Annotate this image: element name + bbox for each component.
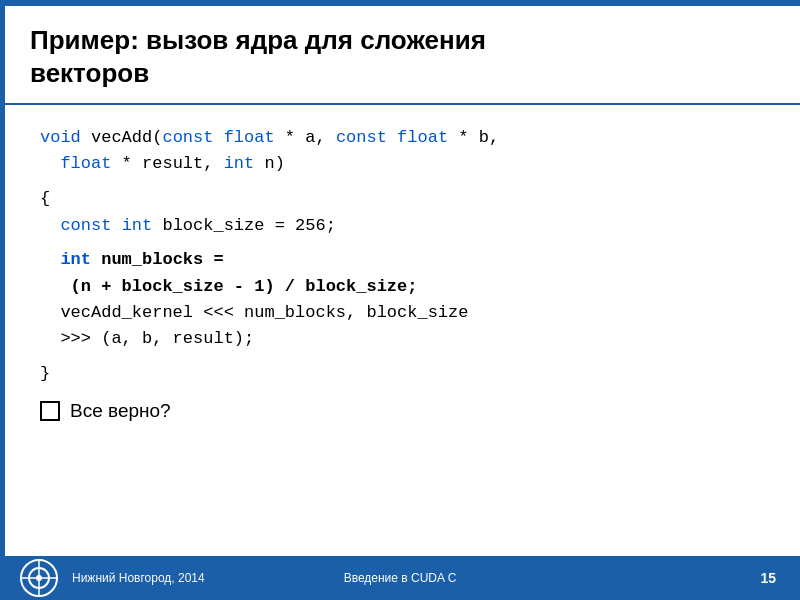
footer-page: 15 xyxy=(760,570,776,586)
code-block: void vecAdd(const float * a, const float… xyxy=(40,125,760,388)
left-accent-bar xyxy=(0,0,5,556)
blank-3 xyxy=(40,353,760,362)
code-line-5: int num_blocks = xyxy=(40,247,760,273)
slide: Пример: вызов ядра для сложения векторов… xyxy=(0,0,800,600)
checkbox-label: Все верно? xyxy=(70,400,171,422)
blank-1 xyxy=(40,178,760,187)
header: Пример: вызов ядра для сложения векторов xyxy=(0,6,800,105)
checkbox-icon xyxy=(40,401,60,421)
footer-course: Введение в CUDA C xyxy=(344,571,457,585)
code-line-8: >>> (a, b, result); xyxy=(40,326,760,352)
code-line-6: (n + block_size - 1) / block_size; xyxy=(40,274,760,300)
code-line-9: } xyxy=(40,361,760,387)
footer-city-year: Нижний Новгород, 2014 xyxy=(72,571,205,585)
code-line-3: { xyxy=(40,186,760,212)
code-line-2: float * result, int n) xyxy=(40,151,760,177)
blank-2 xyxy=(40,239,760,248)
checkbox-row: Все верно? xyxy=(40,400,760,422)
footer: Нижний Новгород, 2014 Введение в CUDA C … xyxy=(0,556,800,600)
footer-logo xyxy=(20,559,58,597)
code-line-1: void vecAdd(const float * a, const float… xyxy=(40,125,760,151)
code-line-7: vecAdd_kernel <<< num_blocks, block_size xyxy=(40,300,760,326)
main-content: void vecAdd(const float * a, const float… xyxy=(0,105,800,556)
slide-title: Пример: вызов ядра для сложения векторов xyxy=(30,24,770,89)
code-line-4: const int block_size = 256; xyxy=(40,213,760,239)
